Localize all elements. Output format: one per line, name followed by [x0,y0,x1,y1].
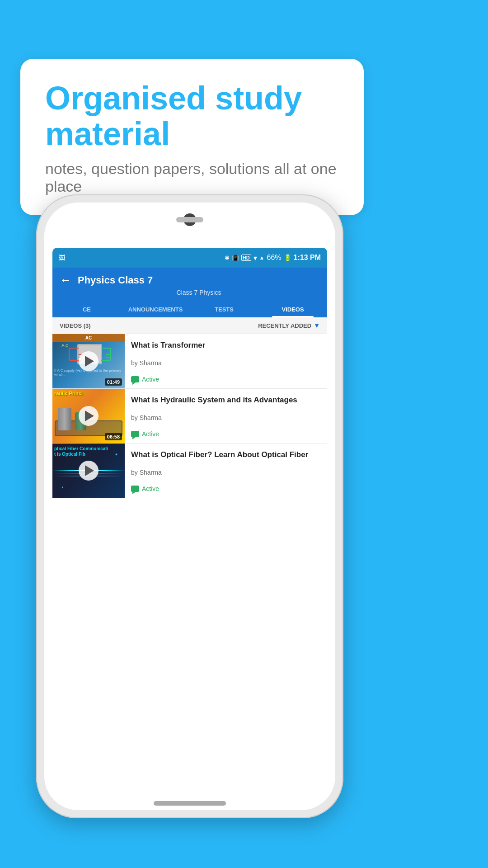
app-bar-top: ← Physics Class 7 [60,273,320,287]
status-right: ✱ 📳 HD ▾ ▲ 66% 🔋 1:13 PM [225,254,321,262]
hydraulic-banner-text: raulic Princi [54,391,123,396]
phone-inner: 🖼 ✱ 📳 HD ▾ ▲ 66% 🔋 1:13 PM [44,203,335,810]
phone-speaker [176,217,203,222]
video-thumb-2: raulic Princi 06:58 [52,389,125,443]
bubble-title: Organised study material [45,80,339,152]
app-bar: ← Physics Class 7 Class 7 Physics [52,268,327,301]
play-button-1[interactable] [79,351,99,371]
app-bar-title: Physics Class 7 [78,274,153,286]
video-thumb-1: A.C If A.C supply (V₁) is applied to the… [52,334,125,388]
time-display: 1:13 PM [294,254,321,262]
play-button-3[interactable] [79,461,99,481]
video-title-3: What is Optical Fiber? Learn About Optic… [131,450,321,460]
video-info-1: What is Transformer by Sharma Active [125,334,327,388]
vibrate-icon: 📳 [232,255,239,261]
video-author-2: by Sharma [131,414,321,421]
videos-count: VIDEOS (3) [60,322,91,329]
video-title-2: What is Hydraulic System and its Advanta… [131,395,321,405]
status-label-1: Active [142,376,159,383]
video-item-2[interactable]: raulic Princi 06:58 [52,389,327,443]
sort-dropdown[interactable]: RECENTLY ADDED ▼ [258,322,320,329]
video-status-1: Active [131,376,321,383]
status-label-3: Active [142,485,159,492]
chat-icon-1 [131,376,139,382]
video-status-3: Active [131,485,321,492]
video-info-3: What is Optical Fiber? Learn About Optic… [125,443,327,498]
chat-icon-2 [131,431,139,437]
tab-ce[interactable]: CE [52,301,121,317]
status-label-2: Active [142,430,159,438]
battery-icon: 🔋 [284,254,291,261]
status-bar: 🖼 ✱ 📳 HD ▾ ▲ 66% 🔋 1:13 PM [52,248,327,268]
video-duration-1: 01:49 [105,378,122,386]
battery-text: 66% [267,254,282,262]
sort-label: RECENTLY ADDED [258,322,311,329]
bubble-subtitle: notes, question papers, solutions all at… [45,160,339,195]
phone-outer: 🖼 ✱ 📳 HD ▾ ▲ 66% 🔋 1:13 PM [36,194,343,818]
chevron-down-icon: ▼ [314,322,320,329]
video-status-2: Active [131,430,321,438]
hd-badge: HD [241,255,251,261]
home-button [154,801,226,806]
video-item-3[interactable]: ptical Fiber Communicatit is Optical Fib… [52,443,327,498]
video-author-3: by Sharma [131,469,321,476]
speech-bubble: Organised study material notes, question… [20,59,364,215]
video-title-1: What is Transformer [131,340,321,350]
image-icon: 🖼 [59,254,65,261]
filter-bar: VIDEOS (3) RECENTLY ADDED ▼ [52,317,327,334]
signal-icon: ▲ [259,255,265,261]
play-triangle-1 [85,356,94,367]
play-button-2[interactable] [79,406,99,426]
optical-banner-text: ptical Fiber Communicatit is Optical Fib [54,446,123,457]
bluetooth-icon: ✱ [225,255,230,261]
video-author-1: by Sharma [131,359,321,367]
play-triangle-2 [85,410,94,421]
back-button[interactable]: ← [60,273,71,287]
video-info-2: What is Hydraulic System and its Advanta… [125,389,327,443]
video-thumb-3: ptical Fiber Communicatit is Optical Fib… [52,443,125,498]
tab-announcements[interactable]: ANNOUNCEMENTS [121,301,190,317]
tab-tests[interactable]: TESTS [190,301,258,317]
phone-screen: 🖼 ✱ 📳 HD ▾ ▲ 66% 🔋 1:13 PM [52,248,327,783]
app-bar-breadcrumb: Class 7 Physics [60,289,320,296]
thumb-banner-1: AC [52,334,125,342]
video-duration-2: 06:58 [105,433,122,440]
phone-mockup: 🖼 ✱ 📳 HD ▾ ▲ 66% 🔋 1:13 PM [36,194,343,818]
play-triangle-3 [85,465,94,476]
wifi-icon: ▾ [253,254,257,262]
video-list: A.C If A.C supply (V₁) is applied to the… [52,334,327,783]
tab-bar: CE ANNOUNCEMENTS TESTS VIDEOS [52,301,327,317]
tab-videos[interactable]: VIDEOS [258,301,327,317]
video-item-1[interactable]: A.C If A.C supply (V₁) is applied to the… [52,334,327,389]
chat-icon-3 [131,486,139,492]
status-left: 🖼 [59,254,65,261]
